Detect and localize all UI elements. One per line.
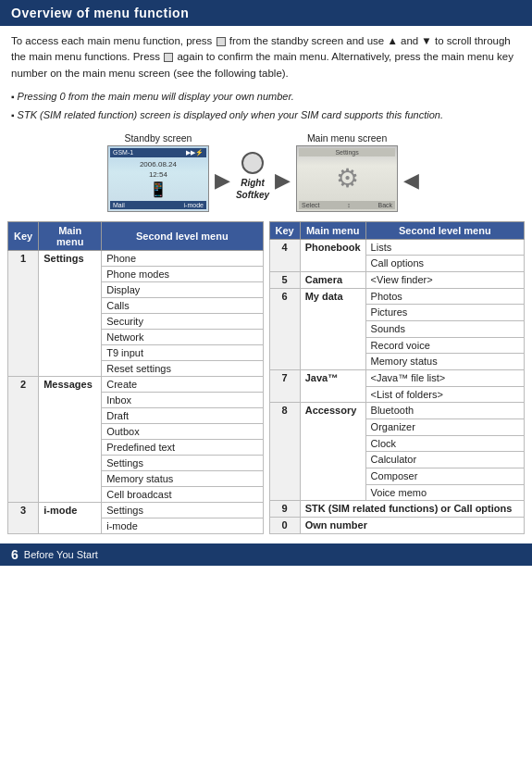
main-1: Settings	[39, 250, 102, 376]
main-3: i-mode	[39, 502, 102, 533]
standby-top-bar: GSM-1▶▶⚡	[110, 148, 206, 157]
main-screen-img: Settings ⚙ Select↕Back	[296, 145, 398, 212]
left-header-second: Second level menu	[102, 221, 263, 250]
standby-label: Standby screen	[124, 132, 192, 144]
main-0: Own number	[300, 517, 524, 533]
left-menu-table: Key Main menu Second level menu 1 Settin…	[7, 221, 264, 534]
second-1-1: Phone	[102, 250, 263, 266]
main-middle: ⚙	[336, 156, 359, 201]
standby-screen-img: GSM-1▶▶⚡ 2006.08.24 12:54 📱 Maili-mode	[107, 145, 209, 212]
note1: ▪ Pressing 0 from the main menu will dis…	[0, 87, 532, 106]
right-header-key: Key	[269, 221, 300, 239]
main-9: STK (SIM related functions) or Call opti…	[300, 501, 524, 518]
main-screen-label: Main menu screen	[307, 132, 387, 144]
header-title: Overview of menu function	[11, 6, 189, 20]
bottom-bar: 6 Before You Start	[0, 543, 532, 566]
second-2-5: Predefined text	[102, 439, 263, 455]
key-9: 9	[269, 501, 300, 518]
second-2-1: Create	[102, 376, 263, 392]
left-header-main: Main menu	[39, 221, 102, 250]
second-1-8: Reset settings	[102, 360, 263, 376]
second-8-6: Voice memo	[365, 484, 524, 501]
page-number: 6	[11, 547, 19, 562]
second-8-5: Composer	[365, 468, 524, 484]
softkey-box: RightSoftkey	[236, 143, 269, 201]
standby-middle: 2006.08.24 12:54 📱	[140, 157, 177, 201]
second-2-2: Inbox	[102, 392, 263, 407]
right-header-main: Main menu	[300, 221, 365, 239]
main-2: Messages	[39, 376, 102, 502]
key-7: 7	[269, 370, 300, 403]
key-4: 4	[269, 239, 300, 271]
table-row: 6 My data Photos	[269, 288, 525, 305]
arrow-right-2: ▶	[275, 152, 291, 193]
second-4-1: Lists	[365, 239, 524, 256]
second-1-5: Security	[102, 313, 263, 329]
key-5: 5	[269, 272, 300, 289]
key-3: 3	[8, 502, 39, 533]
second-6-5: Memory status	[365, 354, 524, 370]
key-2: 2	[8, 376, 39, 502]
second-6-4: Record voice	[365, 337, 524, 354]
table-row: 8 Accessory Bluetooth	[269, 403, 525, 419]
second-8-3: Clock	[365, 435, 524, 452]
table-row: 2 Messages Create	[8, 376, 264, 392]
bottom-label: Before You Start	[24, 549, 98, 560]
table-row: 0 Own number	[269, 517, 525, 533]
table-row: 3 i-mode Settings	[8, 502, 264, 518]
key-1: 1	[8, 250, 39, 376]
second-2-8: Cell broadcast	[102, 486, 263, 502]
second-2-7: Memory status	[102, 470, 263, 486]
gear-icon: ⚙	[336, 163, 359, 194]
second-5-1: <View finder>	[365, 272, 524, 289]
second-4-2: Call options	[365, 256, 524, 272]
main-screen-box: Main menu screen Settings ⚙ Select↕Back	[296, 132, 398, 212]
screens-section: Standby screen GSM-1▶▶⚡ 2006.08.24 12:54…	[0, 125, 532, 216]
main-4: Phonebook	[300, 239, 365, 271]
main-top-bar: Settings	[299, 148, 395, 156]
softkey-label: RightSoftkey	[236, 177, 269, 201]
second-6-1: Photos	[365, 288, 524, 305]
tables-section: Key Main menu Second level menu 1 Settin…	[0, 216, 532, 538]
table-row: 4 Phonebook Lists	[269, 239, 525, 256]
arrow-right-1: ▶	[215, 152, 230, 193]
second-8-4: Calculator	[365, 452, 524, 468]
main-6: My data	[300, 288, 365, 369]
table-row: 9 STK (SIM related functions) or Call op…	[269, 501, 525, 518]
second-3-2: i-mode	[102, 518, 263, 533]
main-5: Camera	[300, 272, 365, 289]
table-row: 7 Java™ <Java™ file list>	[269, 370, 525, 387]
second-1-4: Calls	[102, 297, 263, 313]
table-row: 5 Camera <View finder>	[269, 272, 525, 289]
table-row: 1 Settings Phone	[8, 250, 264, 266]
second-8-2: Organizer	[365, 418, 524, 435]
second-7-2: <List of folders>	[365, 386, 524, 403]
intro-section: To access each main menu function, press…	[0, 26, 532, 87]
key-0: 0	[269, 517, 300, 533]
second-1-7: T9 input	[102, 344, 263, 360]
main-8: Accessory	[300, 403, 365, 501]
second-3-1: Settings	[102, 502, 263, 518]
left-header-key: Key	[8, 221, 39, 250]
second-1-2: Phone modes	[102, 266, 263, 281]
softkey-circle	[241, 152, 264, 174]
main-7: Java™	[300, 370, 365, 403]
right-menu-table: Key Main menu Second level menu 4 Phoneb…	[269, 221, 526, 534]
standby-bottom-bar: Maili-mode	[110, 201, 206, 209]
second-2-6: Settings	[102, 455, 263, 470]
second-7-1: <Java™ file list>	[365, 370, 524, 387]
second-6-3: Sounds	[365, 321, 524, 338]
key-8: 8	[269, 403, 300, 501]
second-1-6: Network	[102, 329, 263, 344]
standby-screen-box: Standby screen GSM-1▶▶⚡ 2006.08.24 12:54…	[107, 132, 209, 212]
second-8-1: Bluetooth	[365, 403, 524, 419]
arrow-left: ◀	[403, 152, 419, 193]
second-2-3: Draft	[102, 407, 263, 423]
intro-line1: To access each main menu function, press…	[11, 35, 513, 79]
page-header: Overview of menu function	[0, 0, 532, 26]
second-6-2: Pictures	[365, 305, 524, 321]
second-2-4: Outbox	[102, 423, 263, 439]
right-header-second: Second level menu	[365, 221, 524, 239]
key-6: 6	[269, 288, 300, 369]
main-bottom-bar: Select↕Back	[299, 201, 395, 209]
